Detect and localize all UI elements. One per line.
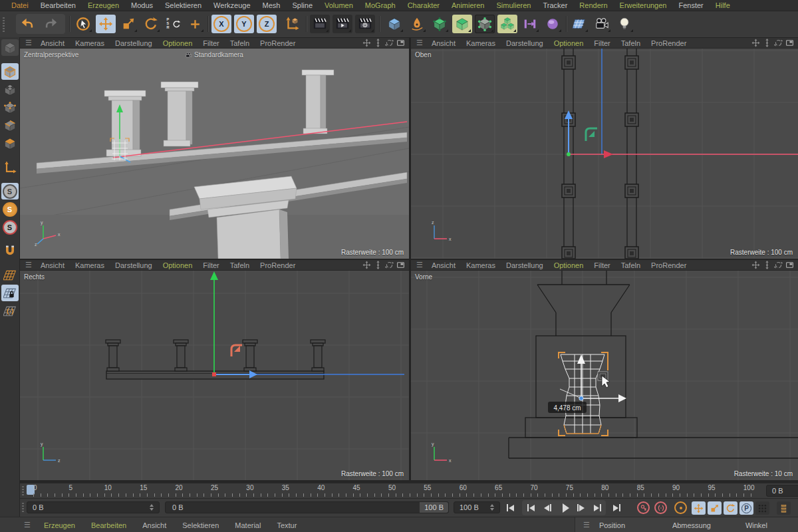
camera-object-button[interactable] — [592, 15, 612, 33]
edges-mode-button[interactable] — [1, 117, 19, 134]
pan-view-icon[interactable] — [362, 261, 371, 269]
menu-item[interactable]: MoGraph — [359, 1, 402, 9]
viewport-menu-item[interactable]: Kameras — [461, 39, 501, 47]
redo-button[interactable] — [41, 15, 61, 33]
menu-item[interactable]: Volumen — [319, 1, 359, 9]
transport-grip[interactable] — [21, 502, 25, 513]
axis-lock-button[interactable]: Y — [234, 15, 254, 33]
motion-system-button[interactable] — [777, 501, 791, 515]
render-view-button[interactable] — [310, 15, 330, 33]
rotate-view-icon[interactable] — [385, 261, 394, 269]
enable-snap-button[interactable] — [1, 243, 19, 259]
viewport-menu-item[interactable]: Optionen — [549, 39, 589, 47]
rotate-view-icon[interactable] — [774, 261, 783, 269]
scale-tool[interactable] — [118, 15, 138, 33]
axis-lock-button[interactable]: Z — [257, 15, 277, 33]
go-to-next-key-button[interactable] — [590, 501, 605, 514]
viewport-top[interactable]: Oben Rasterweite : 100 cm z x — [411, 49, 798, 259]
viewport-menu-item[interactable]: Kameras — [70, 39, 110, 47]
workplane-button[interactable] — [1, 267, 19, 283]
go-to-end-button[interactable] — [609, 501, 624, 514]
viewport-menu-item[interactable]: Filter — [198, 39, 224, 47]
viewport-menu-item[interactable]: Optionen — [549, 261, 589, 269]
menu-item[interactable]: Modus — [125, 1, 159, 9]
menu-item[interactable]: Mesh — [257, 1, 287, 9]
viewport-menu-burger-icon[interactable]: ☰ — [20, 39, 35, 47]
lock-workplane-button[interactable] — [1, 285, 19, 301]
viewport-menu-burger-icon[interactable]: ☰ — [411, 39, 426, 47]
points-mode-button[interactable] — [1, 99, 19, 116]
timeline-grip[interactable] — [21, 485, 25, 496]
subdivision-surface-button[interactable] — [430, 15, 450, 33]
symmetry-generator-button[interactable] — [520, 15, 540, 33]
toolbar-drag-grip[interactable] — [2, 17, 5, 33]
viewport-menu-item[interactable]: Kameras — [70, 261, 110, 269]
rotate-view-icon[interactable] — [385, 39, 394, 47]
viewport-menu-item[interactable]: Ansicht — [426, 39, 461, 47]
pan-view-icon[interactable] — [362, 39, 371, 47]
menu-item[interactable]: Rendern — [573, 1, 613, 9]
go-to-previous-frame-button[interactable] — [540, 501, 555, 514]
record-point-level-toggle[interactable] — [755, 501, 769, 515]
viewport-perspective[interactable]: Zentralperspektive Standardkamera Raster… — [20, 49, 409, 259]
record-active-objects-button[interactable] — [637, 501, 650, 514]
zoom-view-icon[interactable] — [763, 261, 771, 269]
bottom-menu-item[interactable]: Erzeugen — [36, 521, 83, 529]
viewport-menu-item[interactable]: Tafeln — [616, 39, 646, 47]
pen-spline-button[interactable] — [407, 15, 427, 33]
bottom-menu-burger-icon[interactable]: ☰ — [0, 521, 36, 529]
menu-item[interactable]: Animieren — [446, 1, 491, 9]
array-generator-button[interactable] — [497, 15, 517, 33]
viewport-menu-item[interactable]: ProRender — [255, 261, 301, 269]
viewport-right[interactable]: Rechts Rasterweite : 100 cm y z — [20, 271, 409, 480]
record-rotation-toggle[interactable] — [724, 501, 737, 515]
preview-range-slider[interactable]: 0 B 100 B — [165, 501, 449, 513]
polygons-mode-button[interactable] — [1, 135, 19, 152]
bottom-menu-item[interactable]: Ansicht — [134, 521, 174, 529]
autokeying-button[interactable] — [654, 501, 667, 514]
viewport-menu-item[interactable]: Tafeln — [616, 261, 646, 269]
bottom-menu-item[interactable]: Textur — [269, 521, 305, 529]
pan-view-icon[interactable] — [751, 39, 760, 47]
floor-object-button[interactable] — [569, 15, 589, 33]
menu-item[interactable]: Erzeugen — [82, 1, 125, 9]
viewport-menu-item[interactable]: Optionen — [158, 261, 198, 269]
viewport-menu-item[interactable]: Tafeln — [225, 39, 255, 47]
viewport-menu-item[interactable]: ProRender — [646, 261, 692, 269]
play-forwards-button[interactable] — [558, 501, 573, 514]
camera-label[interactable]: Standardkamera — [185, 51, 243, 59]
add-cube-primitive-button[interactable] — [384, 15, 404, 33]
undo-button[interactable] — [17, 15, 37, 33]
rotate-view-icon[interactable] — [774, 39, 783, 47]
menu-item[interactable]: Werkzeuge — [207, 1, 256, 9]
menu-item[interactable]: Bearbeiten — [35, 1, 82, 9]
menu-item[interactable]: Selektieren — [159, 1, 207, 9]
rotate-tool[interactable] — [141, 15, 161, 33]
viewport-menu-item[interactable]: ProRender — [646, 39, 692, 47]
bottom-menu-item[interactable]: Material — [227, 521, 269, 529]
keyframe-selection-button[interactable] — [674, 501, 687, 514]
bottom-menu-item[interactable]: Bearbeiten — [83, 521, 134, 529]
zoom-view-icon[interactable] — [763, 39, 771, 47]
zoom-view-icon[interactable] — [374, 261, 382, 269]
viewport-solo-off-button[interactable]: S — [1, 183, 19, 200]
viewport-menu-item[interactable]: Ansicht — [426, 261, 461, 269]
timeline-ruler[interactable]: 0510152025303540455055606570758085909510… — [25, 483, 762, 498]
texture-mode-button[interactable] — [1, 81, 19, 98]
toggle-view-icon[interactable] — [785, 39, 794, 47]
viewport-menu-item[interactable]: Filter — [589, 261, 615, 269]
cage-deformer-button[interactable] — [475, 15, 495, 33]
go-to-start-button[interactable] — [503, 501, 518, 514]
viewport-menu-item[interactable]: ProRender — [255, 39, 301, 47]
zoom-view-icon[interactable] — [374, 39, 382, 47]
viewport-menu-item[interactable]: Darstellung — [110, 261, 158, 269]
menu-item[interactable]: Tracker — [537, 1, 573, 9]
live-selection-tool[interactable] — [73, 15, 93, 33]
viewport-menu-item[interactable]: Ansicht — [35, 39, 70, 47]
current-frame-field[interactable]: 0 B — [766, 485, 798, 497]
menu-item[interactable]: Spline — [286, 1, 319, 9]
coordinate-system-button[interactable] — [282, 15, 302, 33]
record-position-toggle[interactable] — [692, 501, 706, 515]
menu-item[interactable]: Hilfe — [710, 1, 736, 9]
light-object-button[interactable] — [614, 15, 634, 33]
